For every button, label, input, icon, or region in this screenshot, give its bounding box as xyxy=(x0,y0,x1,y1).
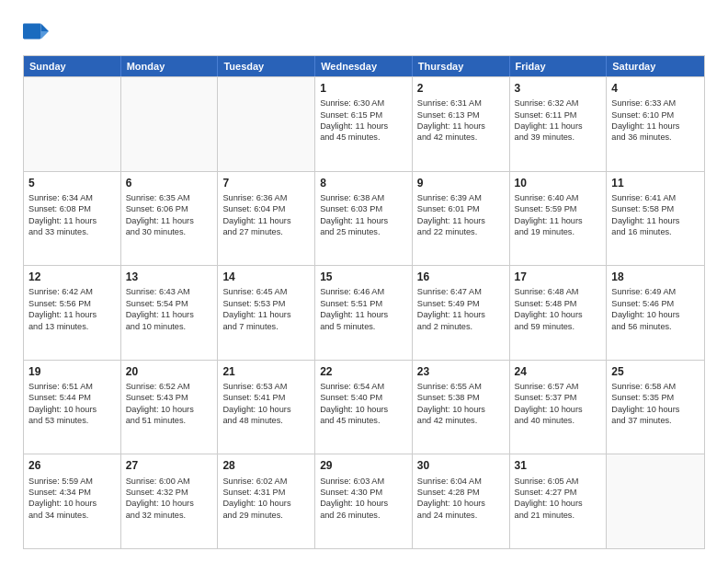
day-number: 5 xyxy=(28,176,116,190)
day-info: Sunrise: 6:55 AM Sunset: 5:38 PM Dayligh… xyxy=(417,381,505,427)
day-number: 21 xyxy=(222,364,310,379)
calendar-day-cell[interactable]: 26Sunrise: 5:59 AM Sunset: 4:34 PM Dayli… xyxy=(24,454,121,548)
day-number: 4 xyxy=(611,81,700,96)
day-info: Sunrise: 6:43 AM Sunset: 5:54 PM Dayligh… xyxy=(126,286,213,332)
calendar-week-row: 1Sunrise: 6:30 AM Sunset: 6:15 PM Daylig… xyxy=(24,76,704,171)
svg-rect-2 xyxy=(23,24,41,40)
svg-marker-1 xyxy=(41,31,49,39)
calendar-day-cell[interactable]: 23Sunrise: 6:55 AM Sunset: 5:38 PM Dayli… xyxy=(413,361,510,454)
day-info: Sunrise: 6:36 AM Sunset: 6:04 PM Dayligh… xyxy=(222,192,310,238)
day-info: Sunrise: 6:02 AM Sunset: 4:31 PM Dayligh… xyxy=(222,476,310,522)
day-info: Sunrise: 6:30 AM Sunset: 6:15 PM Dayligh… xyxy=(320,98,407,144)
day-number: 29 xyxy=(320,458,407,473)
day-info: Sunrise: 6:46 AM Sunset: 5:51 PM Dayligh… xyxy=(320,286,407,332)
day-info: Sunrise: 6:32 AM Sunset: 6:11 PM Dayligh… xyxy=(515,98,602,144)
day-number: 2 xyxy=(417,81,505,96)
calendar-day-cell[interactable]: 8Sunrise: 6:38 AM Sunset: 6:03 PM Daylig… xyxy=(315,172,413,266)
day-info: Sunrise: 6:48 AM Sunset: 5:48 PM Dayligh… xyxy=(515,286,602,332)
calendar-day-cell[interactable]: 1Sunrise: 6:30 AM Sunset: 6:15 PM Daylig… xyxy=(315,77,413,171)
calendar-day-cell[interactable]: 11Sunrise: 6:41 AM Sunset: 5:58 PM Dayli… xyxy=(607,172,704,266)
day-number: 26 xyxy=(28,458,116,473)
day-info: Sunrise: 6:42 AM Sunset: 5:56 PM Dayligh… xyxy=(28,286,116,332)
day-info: Sunrise: 6:34 AM Sunset: 6:08 PM Dayligh… xyxy=(28,192,116,238)
day-info: Sunrise: 6:49 AM Sunset: 5:46 PM Dayligh… xyxy=(611,286,700,332)
page-header xyxy=(23,18,705,44)
day-number: 15 xyxy=(320,270,407,284)
day-info: Sunrise: 6:47 AM Sunset: 5:49 PM Dayligh… xyxy=(417,286,505,332)
day-info: Sunrise: 6:41 AM Sunset: 5:58 PM Dayligh… xyxy=(611,192,700,238)
calendar-day-cell[interactable]: 24Sunrise: 6:57 AM Sunset: 5:37 PM Dayli… xyxy=(510,361,608,454)
day-number: 11 xyxy=(611,176,700,190)
weekday-header: Monday xyxy=(121,56,219,76)
calendar-day-cell[interactable]: 15Sunrise: 6:46 AM Sunset: 5:51 PM Dayli… xyxy=(315,266,413,360)
calendar-day-cell[interactable]: 3Sunrise: 6:32 AM Sunset: 6:11 PM Daylig… xyxy=(510,77,608,171)
day-number: 14 xyxy=(222,270,310,284)
day-number: 9 xyxy=(417,176,505,190)
calendar-day-cell[interactable]: 12Sunrise: 6:42 AM Sunset: 5:56 PM Dayli… xyxy=(24,266,121,360)
day-number: 23 xyxy=(417,364,505,379)
day-info: Sunrise: 6:00 AM Sunset: 4:32 PM Dayligh… xyxy=(126,476,213,522)
day-number: 10 xyxy=(515,176,602,190)
calendar-day-cell[interactable]: 18Sunrise: 6:49 AM Sunset: 5:46 PM Dayli… xyxy=(607,266,704,360)
calendar-day-cell[interactable]: 20Sunrise: 6:52 AM Sunset: 5:43 PM Dayli… xyxy=(121,361,219,454)
day-info: Sunrise: 6:45 AM Sunset: 5:53 PM Dayligh… xyxy=(222,286,310,332)
calendar-empty-cell xyxy=(121,77,219,171)
weekday-header: Thursday xyxy=(413,56,510,76)
calendar-empty-cell xyxy=(24,77,121,171)
calendar-day-cell[interactable]: 2Sunrise: 6:31 AM Sunset: 6:13 PM Daylig… xyxy=(413,77,510,171)
calendar-day-cell[interactable]: 28Sunrise: 6:02 AM Sunset: 4:31 PM Dayli… xyxy=(218,454,315,548)
calendar-day-cell[interactable]: 19Sunrise: 6:51 AM Sunset: 5:44 PM Dayli… xyxy=(24,361,121,454)
calendar-day-cell[interactable]: 13Sunrise: 6:43 AM Sunset: 5:54 PM Dayli… xyxy=(121,266,219,360)
day-info: Sunrise: 6:54 AM Sunset: 5:40 PM Dayligh… xyxy=(320,381,407,427)
calendar-day-cell[interactable]: 30Sunrise: 6:04 AM Sunset: 4:28 PM Dayli… xyxy=(413,454,510,548)
calendar-day-cell[interactable]: 6Sunrise: 6:35 AM Sunset: 6:06 PM Daylig… xyxy=(121,172,219,266)
calendar-empty-cell xyxy=(607,454,704,548)
day-number: 17 xyxy=(515,270,602,284)
weekday-header: Saturday xyxy=(607,56,704,76)
day-number: 20 xyxy=(126,364,213,379)
day-number: 19 xyxy=(28,364,116,379)
calendar-day-cell[interactable]: 27Sunrise: 6:00 AM Sunset: 4:32 PM Dayli… xyxy=(121,454,219,548)
day-info: Sunrise: 6:52 AM Sunset: 5:43 PM Dayligh… xyxy=(126,381,213,427)
calendar-day-cell[interactable]: 29Sunrise: 6:03 AM Sunset: 4:30 PM Dayli… xyxy=(315,454,413,548)
calendar-week-row: 12Sunrise: 6:42 AM Sunset: 5:56 PM Dayli… xyxy=(24,265,704,360)
day-number: 12 xyxy=(28,270,116,284)
svg-marker-0 xyxy=(41,24,49,31)
calendar-day-cell[interactable]: 31Sunrise: 6:05 AM Sunset: 4:27 PM Dayli… xyxy=(510,454,608,548)
calendar-day-cell[interactable]: 4Sunrise: 6:33 AM Sunset: 6:10 PM Daylig… xyxy=(607,77,704,171)
calendar-day-cell[interactable]: 14Sunrise: 6:45 AM Sunset: 5:53 PM Dayli… xyxy=(218,266,315,360)
calendar-week-row: 26Sunrise: 5:59 AM Sunset: 4:34 PM Dayli… xyxy=(24,454,704,548)
calendar-header: SundayMondayTuesdayWednesdayThursdayFrid… xyxy=(24,56,704,76)
day-info: Sunrise: 6:03 AM Sunset: 4:30 PM Dayligh… xyxy=(320,476,407,522)
calendar-empty-cell xyxy=(218,77,315,171)
calendar-grid: SundayMondayTuesdayWednesdayThursdayFrid… xyxy=(23,55,705,549)
calendar-day-cell[interactable]: 25Sunrise: 6:58 AM Sunset: 5:35 PM Dayli… xyxy=(607,361,704,454)
logo xyxy=(23,18,52,44)
calendar-day-cell[interactable]: 22Sunrise: 6:54 AM Sunset: 5:40 PM Dayli… xyxy=(315,361,413,454)
calendar-day-cell[interactable]: 9Sunrise: 6:39 AM Sunset: 6:01 PM Daylig… xyxy=(413,172,510,266)
calendar-day-cell[interactable]: 21Sunrise: 6:53 AM Sunset: 5:41 PM Dayli… xyxy=(218,361,315,454)
calendar-day-cell[interactable]: 17Sunrise: 6:48 AM Sunset: 5:48 PM Dayli… xyxy=(510,266,608,360)
day-number: 18 xyxy=(611,270,700,284)
day-info: Sunrise: 6:51 AM Sunset: 5:44 PM Dayligh… xyxy=(28,381,116,427)
day-info: Sunrise: 6:35 AM Sunset: 6:06 PM Dayligh… xyxy=(126,192,213,238)
day-number: 22 xyxy=(320,364,407,379)
weekday-header: Sunday xyxy=(24,56,121,76)
day-number: 13 xyxy=(126,270,213,284)
day-info: Sunrise: 6:38 AM Sunset: 6:03 PM Dayligh… xyxy=(320,192,407,238)
day-number: 25 xyxy=(611,364,700,379)
day-number: 8 xyxy=(320,176,407,190)
logo-icon xyxy=(23,18,49,44)
calendar-day-cell[interactable]: 10Sunrise: 6:40 AM Sunset: 5:59 PM Dayli… xyxy=(510,172,608,266)
calendar-day-cell[interactable]: 16Sunrise: 6:47 AM Sunset: 5:49 PM Dayli… xyxy=(413,266,510,360)
calendar-body: 1Sunrise: 6:30 AM Sunset: 6:15 PM Daylig… xyxy=(24,76,704,548)
weekday-header: Tuesday xyxy=(218,56,315,76)
day-info: Sunrise: 6:58 AM Sunset: 5:35 PM Dayligh… xyxy=(611,381,700,427)
day-info: Sunrise: 6:04 AM Sunset: 4:28 PM Dayligh… xyxy=(417,476,505,522)
weekday-header: Wednesday xyxy=(315,56,413,76)
day-number: 30 xyxy=(417,458,505,473)
calendar-day-cell[interactable]: 7Sunrise: 6:36 AM Sunset: 6:04 PM Daylig… xyxy=(218,172,315,266)
day-number: 3 xyxy=(515,81,602,96)
day-info: Sunrise: 6:31 AM Sunset: 6:13 PM Dayligh… xyxy=(417,98,505,144)
calendar-day-cell[interactable]: 5Sunrise: 6:34 AM Sunset: 6:08 PM Daylig… xyxy=(24,172,121,266)
